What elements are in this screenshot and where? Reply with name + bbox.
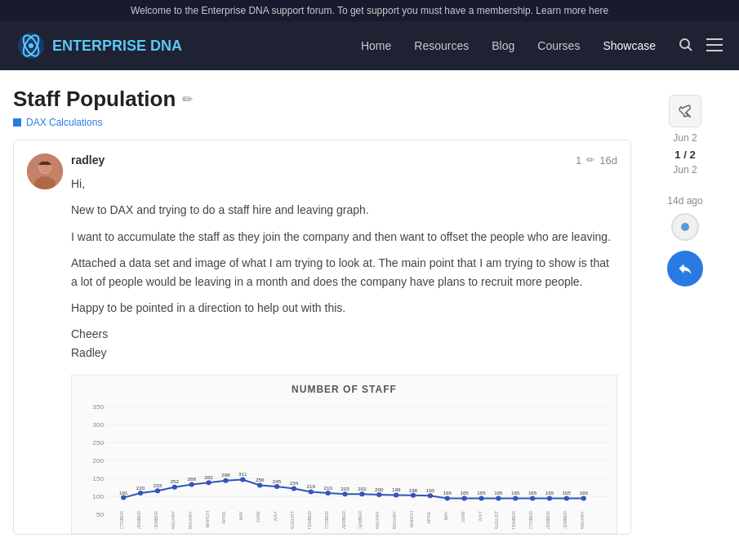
svg-text:234: 234 [290, 480, 299, 486]
svg-point-43 [411, 493, 416, 498]
svg-text:200: 200 [375, 487, 384, 492]
svg-text:SEPTEMBER: SEPTEMBER [511, 511, 516, 529]
chart-title: NUMBER OF STAFF [80, 384, 608, 395]
category-label: DAX Calculations [26, 117, 102, 128]
nav-item-home[interactable]: Home [361, 38, 391, 53]
svg-text:NOVEMBER: NOVEMBER [545, 511, 550, 529]
svg-text:165: 165 [477, 490, 486, 496]
chart-container: NUMBER OF STAFF 350 300 2 [71, 375, 617, 534]
svg-text:JUNE: JUNE [461, 511, 465, 523]
post-line-3: I want to accumulate the staff as they j… [71, 228, 617, 246]
main-column: Staff Population ✏ DAX Calculations [13, 87, 631, 535]
top-banner: Welcome to the Enterprise DNA support fo… [0, 0, 739, 21]
svg-point-41 [376, 492, 381, 497]
svg-point-34 [257, 483, 262, 488]
svg-text:DECEMBER: DECEMBER [154, 511, 158, 529]
svg-point-29 [172, 485, 177, 490]
svg-text:196: 196 [409, 487, 418, 493]
search-button[interactable] [679, 38, 693, 55]
svg-point-51 [547, 496, 552, 501]
svg-point-27 [138, 491, 143, 496]
svg-text:JANUARY: JANUARY [375, 511, 380, 529]
svg-text:250: 250 [92, 439, 104, 447]
edit-title-icon[interactable]: ✏ [182, 91, 193, 107]
svg-text:219: 219 [307, 483, 316, 489]
svg-text:165: 165 [563, 490, 572, 496]
svg-text:OCTOBER: OCTOBER [528, 511, 533, 529]
post-author[interactable]: radley [71, 153, 105, 167]
svg-point-50 [530, 496, 535, 501]
svg-point-45 [445, 496, 450, 501]
svg-text:193: 193 [426, 487, 435, 493]
nav-item-showcase[interactable]: Showcase [603, 38, 656, 53]
hamburger-icon [706, 38, 723, 51]
navbar: ENTERPRISE DNA Home Resources Blog Cours… [0, 21, 739, 70]
svg-text:199: 199 [392, 487, 401, 492]
post-signature: CheersRadley [71, 325, 617, 362]
avatar-wrap [27, 153, 63, 189]
menu-button[interactable] [706, 38, 723, 54]
svg-text:JULY: JULY [273, 511, 278, 522]
sidebar-ago: 14d ago [667, 195, 702, 207]
post-layout: radley 1 ✏ 16d Hi, New to DAX and trying… [27, 153, 617, 534]
svg-text:NOVEMBER: NOVEMBER [341, 511, 345, 529]
tools-button[interactable] [669, 95, 701, 127]
svg-point-39 [342, 491, 347, 496]
svg-point-4 [680, 39, 689, 48]
svg-text:FEBRUARY: FEBRUARY [392, 511, 397, 529]
svg-point-3 [29, 43, 33, 48]
post-edit-icon: ✏ [586, 154, 594, 166]
svg-point-31 [206, 480, 211, 485]
wrench-icon [678, 104, 692, 118]
svg-text:165: 165 [580, 490, 589, 496]
svg-point-47 [479, 496, 483, 501]
svg-text:APRIL: APRIL [221, 511, 226, 524]
svg-text:100: 100 [92, 493, 104, 500]
nav-icons [679, 38, 723, 55]
post-edit-num: 1 [576, 154, 581, 167]
nav-item-resources[interactable]: Resources [414, 38, 469, 53]
svg-text:220: 220 [136, 485, 145, 491]
nav-item-courses[interactable]: Courses [537, 38, 580, 53]
svg-text:OCTOBER: OCTOBER [324, 511, 329, 529]
page-title-row: Staff Population ✏ [13, 87, 631, 112]
svg-text:311: 311 [238, 471, 247, 477]
page-title: Staff Population [13, 87, 176, 112]
svg-text:252: 252 [171, 478, 180, 484]
reply-button[interactable] [667, 251, 703, 287]
svg-point-49 [513, 496, 518, 501]
user-status-button[interactable] [671, 213, 699, 241]
svg-text:165: 165 [494, 490, 503, 496]
svg-text:350: 350 [92, 403, 104, 411]
svg-text:APRIL: APRIL [426, 511, 431, 524]
svg-text:298: 298 [221, 472, 230, 478]
post-body: Hi, New to DAX and trying to do a staff … [71, 175, 617, 362]
svg-text:SEPTEMBER: SEPTEMBER [307, 511, 312, 529]
post-line-5: Happy to be pointed in a direction to he… [71, 299, 617, 317]
svg-text:OCTOBER: OCTOBER [119, 511, 124, 529]
svg-point-42 [394, 493, 398, 498]
svg-point-36 [292, 487, 296, 491]
post-card: radley 1 ✏ 16d Hi, New to DAX and trying… [13, 140, 631, 535]
logo-icon [16, 31, 46, 60]
svg-text:AUGUST: AUGUST [494, 511, 499, 530]
svg-text:MAY: MAY [443, 511, 448, 521]
site-logo[interactable]: ENTERPRISE DNA [16, 31, 182, 60]
svg-point-53 [581, 496, 586, 501]
user-status-dot [681, 223, 689, 231]
svg-point-35 [274, 484, 279, 489]
post-header: radley 1 ✏ 16d [71, 153, 617, 167]
svg-text:MARCH: MARCH [409, 511, 414, 527]
post-body-wrap: radley 1 ✏ 16d Hi, New to DAX and trying… [71, 153, 617, 534]
svg-text:166: 166 [443, 490, 452, 496]
logo-text: ENTERPRISE DNA [52, 38, 182, 55]
nav-item-blog[interactable]: Blog [492, 38, 514, 53]
svg-text:245: 245 [273, 478, 282, 484]
sidebar-pagination: 1 / 2 [674, 149, 695, 161]
category-badge[interactable]: DAX Calculations [13, 117, 102, 128]
post-line-2: New to DAX and trying to do a staff hire… [71, 201, 617, 219]
svg-text:JANUARY: JANUARY [171, 511, 176, 529]
svg-text:DECEMBER: DECEMBER [358, 511, 363, 529]
nav-links: Home Resources Blog Courses Showcase [361, 38, 656, 53]
avatar-image [27, 153, 63, 189]
